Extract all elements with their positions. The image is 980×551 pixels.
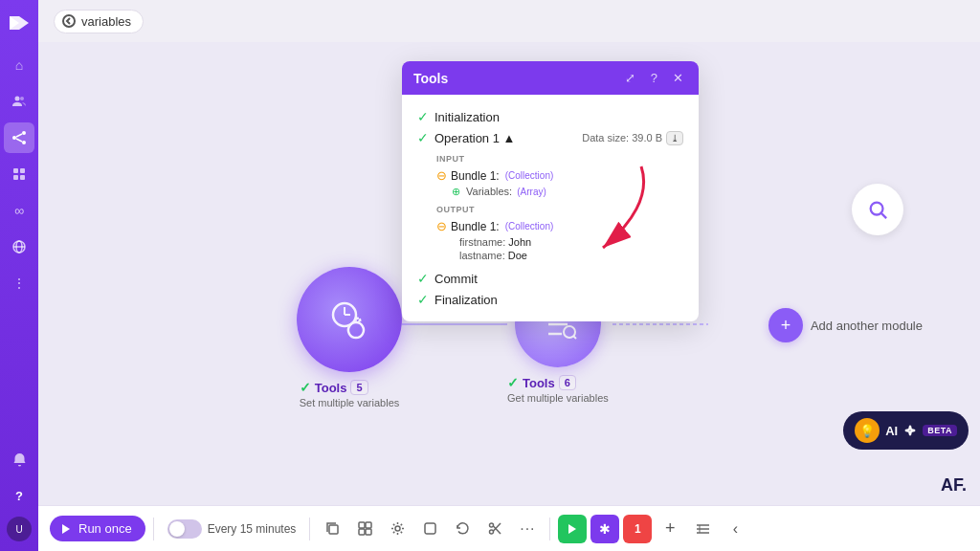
op1-check-icon: ✓ — [417, 130, 429, 145]
svg-marker-27 — [62, 524, 70, 534]
module-node-1[interactable]: ✓ Tools 5 Set multiple variables — [297, 267, 402, 408]
sidebar-item-share[interactable] — [4, 122, 34, 153]
finalization-check-icon: ✓ — [417, 292, 429, 307]
asterisk-button[interactable]: ✱ — [590, 515, 619, 543]
input-bundle-row: ⊖ Bundle 1: (Collection) — [417, 166, 683, 185]
sidebar-item-globe[interactable] — [4, 231, 34, 262]
run-icon — [567, 523, 578, 535]
modal-step-commit: ✓ Commit — [417, 268, 683, 289]
grid-icon — [358, 521, 372, 536]
bundle1-label: Bundle 1: — [451, 169, 500, 183]
beta-badge: BETA — [923, 425, 957, 436]
output-lastname-row: lastname: Doe — [417, 249, 683, 262]
toolbar: Run once Every 15 minutes — [38, 505, 980, 551]
lastname-key: lastname: — [459, 250, 508, 261]
op1-label: Operation 1 ▲ — [434, 131, 515, 145]
sidebar-item-help[interactable]: ? — [4, 480, 34, 511]
topbar: variables — [38, 0, 980, 42]
list-button[interactable] — [688, 515, 717, 543]
copy-icon — [325, 521, 340, 536]
scissors-icon — [488, 521, 502, 536]
undo-button[interactable] — [448, 515, 477, 543]
svg-rect-10 — [20, 175, 25, 180]
finalization-label: Finalization — [434, 293, 498, 307]
modal-body: ✓ Initialization ✓ Operation 1 ▲ Data si… — [402, 95, 699, 321]
run-once-button[interactable]: Run once — [50, 516, 145, 541]
settings-icon — [390, 521, 405, 536]
chevron-left-button[interactable]: ‹ — [721, 515, 749, 543]
svg-rect-29 — [359, 522, 365, 528]
schedule-label: Every 15 minutes — [208, 522, 297, 536]
modal-actions: ⤢ ? ✕ — [621, 69, 687, 87]
sidebar-bottom: ? U — [4, 444, 34, 541]
sidebar-item-apps[interactable] — [4, 159, 34, 189]
variables-type: (Array) — [517, 187, 546, 197]
sidebar: ⌂ ∞ ⋮ — [0, 0, 38, 551]
toggle-knob — [169, 521, 185, 537]
init-label: Initialization — [434, 110, 500, 124]
shape-button[interactable] — [415, 515, 444, 543]
svg-rect-7 — [13, 168, 18, 173]
svg-point-33 — [395, 526, 400, 531]
run-once-label: Run once — [78, 521, 132, 536]
modal-step-operation1: ✓ Operation 1 ▲ Data size: 39.0 B ⤓ — [417, 127, 683, 148]
grid-button[interactable] — [350, 515, 379, 543]
run-button[interactable] — [558, 515, 587, 543]
svg-line-23 — [573, 336, 576, 339]
sidebar-item-more[interactable]: ⋮ — [4, 268, 34, 298]
svg-point-1 — [20, 97, 24, 100]
variables-row: ⊕ Variables: (Array) — [417, 185, 683, 199]
sidebar-item-notifications[interactable] — [4, 444, 34, 474]
ai-sparkle-icon — [903, 424, 917, 437]
svg-rect-34 — [425, 523, 435, 534]
sidebar-item-link[interactable]: ∞ — [4, 195, 34, 226]
svg-line-6 — [16, 139, 22, 142]
play-icon — [59, 522, 73, 536]
scissors-button[interactable] — [480, 515, 509, 543]
svg-rect-8 — [20, 168, 25, 173]
sidebar-item-people[interactable] — [4, 86, 34, 117]
modal-title: Tools — [413, 71, 448, 86]
module-2-label: ✓ Tools 6 Get multiple variables — [507, 375, 609, 404]
firstname-value: John — [508, 236, 531, 248]
init-check-icon: ✓ — [417, 109, 429, 124]
svg-rect-30 — [366, 522, 371, 528]
search-bubble[interactable] — [852, 184, 903, 235]
copy-button[interactable] — [318, 515, 346, 543]
modal-step-initialization: ✓ Initialization — [417, 106, 683, 127]
export-button[interactable]: ⤓ — [666, 131, 683, 145]
firstname-key: firstname: — [459, 236, 508, 248]
shape-icon — [423, 521, 437, 536]
module-1-label: ✓ Tools 5 Set multiple variables — [300, 380, 400, 408]
settings-button[interactable] — [383, 515, 412, 543]
ai-button[interactable]: 💡 AI BETA — [843, 411, 969, 450]
ai-icon: 💡 — [855, 418, 880, 443]
sidebar-item-home[interactable]: ⌂ — [4, 50, 34, 80]
schedule-toggle[interactable] — [167, 519, 202, 539]
svg-line-5 — [16, 134, 22, 137]
af-logo: AF. — [941, 475, 967, 496]
schedule-toggle-group: Every 15 minutes — [162, 519, 302, 539]
sidebar-avatar[interactable]: U — [7, 517, 32, 541]
list-icon — [696, 523, 710, 535]
add-circle-icon: + — [768, 308, 803, 342]
toolbar-divider-2 — [309, 518, 310, 540]
svg-point-36 — [489, 530, 493, 534]
add-flow-button[interactable]: + — [656, 515, 684, 543]
modal-expand-button[interactable]: ⤢ — [621, 69, 639, 87]
modal-help-button[interactable]: ? — [647, 69, 661, 87]
variables-plus-icon: ⊕ — [452, 186, 460, 197]
stop-button[interactable]: 1 — [623, 515, 652, 543]
more-button[interactable]: ··· — [513, 515, 542, 543]
svg-rect-32 — [366, 529, 371, 535]
svg-point-0 — [15, 97, 20, 101]
add-module-button[interactable]: + Add another module — [768, 308, 923, 342]
modal-close-button[interactable]: ✕ — [669, 69, 687, 87]
toolbar-divider-1 — [153, 518, 154, 540]
back-button[interactable]: variables — [54, 10, 144, 33]
canvas: ✓ Tools 5 Set multiple variables ✓ Tool — [38, 42, 980, 505]
svg-point-35 — [489, 523, 493, 527]
commit-check-icon: ✓ — [417, 271, 429, 286]
output-bundle-type: (Collection) — [505, 221, 554, 231]
output-bundle-minus-icon: ⊖ — [436, 219, 447, 233]
